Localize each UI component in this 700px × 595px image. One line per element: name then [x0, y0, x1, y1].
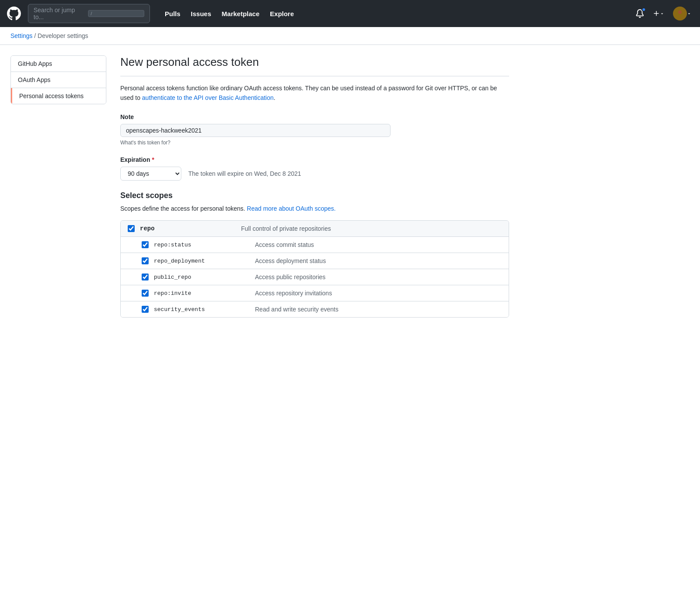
scope-row-public-repo: public_repo Access public repositories	[121, 269, 509, 285]
scope-desc-public-repo: Access public repositories	[255, 274, 326, 280]
scopes-desc: Scopes define the access for personal to…	[120, 204, 509, 213]
note-input[interactable]	[120, 124, 391, 137]
page-title: New personal access token	[120, 55, 509, 76]
note-group: Note What's this token for?	[120, 113, 509, 146]
create-new-button[interactable]	[651, 8, 666, 19]
breadcrumb-current: Developer settings	[37, 32, 88, 39]
nav-marketplace[interactable]: Marketplace	[217, 7, 264, 20]
sidebar-item-oauth-apps[interactable]: OAuth Apps	[11, 72, 106, 88]
scope-name-repo-status: repo:status	[154, 242, 250, 248]
expiration-select[interactable]: 30 days 60 days 90 days Custom No expira…	[120, 167, 181, 181]
scope-name-repo-invite: repo:invite	[154, 290, 250, 297]
scope-name-repo-deployment: repo_deployment	[154, 258, 250, 264]
intro-link[interactable]: authenticate to the API over Basic Authe…	[142, 94, 274, 101]
scopes-link[interactable]: Read more about OAuth scopes.	[247, 205, 336, 212]
expiration-row: 30 days 60 days 90 days Custom No expira…	[120, 167, 509, 181]
nav-explore[interactable]: Explore	[265, 7, 298, 20]
main-nav: Pulls Issues Marketplace Explore	[160, 7, 298, 20]
scope-checkbox-repo-invite[interactable]	[142, 290, 149, 297]
expiration-group: Expiration* 30 days 60 days 90 days Cust…	[120, 156, 509, 181]
sidebar-item-personal-access-tokens[interactable]: Personal access tokens	[11, 88, 106, 104]
scope-checkbox-security-events[interactable]	[142, 306, 149, 313]
scope-desc-repo-invite: Access repository invitations	[255, 290, 332, 297]
intro-text: Personal access tokens function like ord…	[120, 83, 509, 103]
avatar	[673, 7, 687, 21]
search-bar[interactable]: Search or jump to... /	[28, 4, 150, 23]
scope-desc-repo-deployment: Access deployment status	[255, 257, 326, 264]
scope-row-security-events: security_events Read and write security …	[121, 301, 509, 317]
main-container: GitHub Apps OAuth Apps Personal access t…	[0, 45, 523, 328]
scope-row-repo-status: repo:status Access commit status	[121, 237, 509, 253]
scope-name-public-repo: public_repo	[154, 274, 250, 280]
navbar: Search or jump to... / Pulls Issues Mark…	[0, 0, 700, 27]
scope-name-repo: repo	[140, 225, 236, 232]
breadcrumb-settings[interactable]: Settings	[10, 32, 33, 39]
scope-checkbox-repo-status[interactable]	[142, 241, 149, 248]
notifications-button[interactable]	[634, 7, 646, 20]
scope-desc-repo: Full control of private repositories	[241, 225, 331, 232]
nav-issues[interactable]: Issues	[187, 7, 216, 20]
scope-checkbox-repo-deployment[interactable]	[142, 257, 149, 264]
content-area: New personal access token Personal acces…	[117, 55, 513, 318]
scope-desc-security-events: Read and write security events	[255, 306, 338, 313]
scope-checkbox-public-repo[interactable]	[142, 274, 149, 280]
github-logo[interactable]	[7, 7, 21, 21]
note-hint: What's this token for?	[120, 140, 509, 146]
scopes-section: Select scopes Scopes define the access f…	[120, 191, 509, 318]
sidebar-item-github-apps[interactable]: GitHub Apps	[11, 56, 106, 72]
user-menu-button[interactable]	[671, 5, 693, 22]
breadcrumb: Settings / Developer settings	[0, 27, 700, 45]
svg-point-0	[678, 10, 682, 14]
expiration-required: *	[152, 156, 154, 163]
expiration-label: Expiration*	[120, 156, 509, 163]
scopes-title: Select scopes	[120, 191, 509, 200]
search-placeholder: Search or jump to...	[34, 7, 85, 21]
slash-key: /	[88, 10, 144, 17]
notification-dot	[642, 7, 646, 12]
scope-name-security-events: security_events	[154, 306, 250, 313]
nav-pulls[interactable]: Pulls	[160, 7, 185, 20]
scope-checkbox-repo[interactable]	[128, 225, 135, 232]
expiration-hint: The token will expire on Wed, Dec 8 2021	[188, 170, 301, 177]
svg-point-1	[677, 15, 683, 18]
scope-row-repo: repo Full control of private repositorie…	[121, 221, 509, 237]
note-label: Note	[120, 113, 509, 120]
navbar-right	[634, 5, 693, 22]
scope-row-repo-deployment: repo_deployment Access deployment status	[121, 253, 509, 269]
sidebar: GitHub Apps OAuth Apps Personal access t…	[10, 55, 106, 104]
scope-desc-repo-status: Access commit status	[255, 241, 314, 248]
scope-row-repo-invite: repo:invite Access repository invitation…	[121, 285, 509, 301]
scopes-table: repo Full control of private repositorie…	[120, 220, 509, 318]
